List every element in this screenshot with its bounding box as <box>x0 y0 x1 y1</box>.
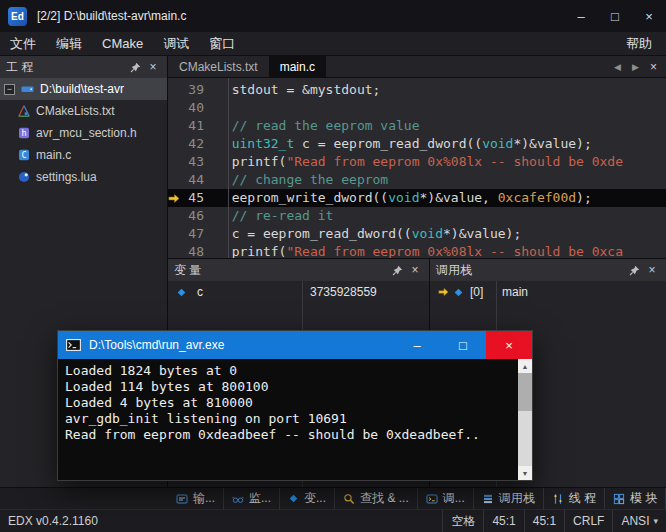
tree-item-1[interactable]: CMakeLists.txt <box>0 100 167 122</box>
code-text[interactable]: eeprom_write_dword((void*)&value, 0xcafe… <box>212 189 666 207</box>
code-line-40[interactable]: 40 <box>168 99 666 117</box>
breakpoint-margin[interactable] <box>168 153 180 171</box>
breakpoint-margin[interactable] <box>168 81 180 99</box>
code-text[interactable]: // change the eeprom <box>212 171 666 189</box>
toolbar-modules-button[interactable]: 模 块 <box>605 488 666 509</box>
scroll-down-button[interactable]: ▼ <box>518 466 532 480</box>
line-number: 43 <box>180 153 212 171</box>
code-editor[interactable]: 39 stdout = &mystdout;4041 // read the e… <box>168 78 666 258</box>
status-caret-position[interactable]: 45:1 <box>483 510 523 532</box>
status-encoding[interactable]: ANSI▾ <box>612 510 666 532</box>
close-document-button[interactable]: × <box>646 60 661 74</box>
code-text[interactable]: uint32_t c = eeprom_read_dword((void*)&v… <box>212 135 666 153</box>
console-maximize-button[interactable]: □ <box>440 331 486 359</box>
variables-rows: c3735928559 <box>168 281 429 303</box>
code-line-42[interactable]: 42 uint32_t c = eeprom_read_dword((void*… <box>168 135 666 153</box>
console-output[interactable]: Loaded 1824 bytes at 0Loaded 114 bytes a… <box>58 359 518 480</box>
pin-panel-button[interactable] <box>626 262 642 278</box>
editor-tab-0[interactable]: CMakeLists.txt <box>168 56 269 77</box>
code-line-43[interactable]: 43 printf("Read from eeprom 0x%08lx -- s… <box>168 153 666 171</box>
tree-item-3[interactable]: Cmain.c <box>0 144 167 166</box>
code-text[interactable]: printf("Read from eeprom 0x%08lx -- shou… <box>212 243 666 258</box>
tree-item-0[interactable]: −D:\build\test-avr <box>0 78 167 100</box>
prev-tab-button[interactable]: ◀ <box>610 62 625 72</box>
maximize-button[interactable]: □ <box>598 0 632 32</box>
tree-item-label: main.c <box>36 148 71 162</box>
breakpoint-margin[interactable] <box>168 99 180 117</box>
close-panel-button[interactable]: × <box>644 262 660 278</box>
code-token: // re-read it <box>216 208 333 223</box>
line-number: 42 <box>180 135 212 153</box>
code-text[interactable]: c = eeprom_read_dword((void*)&value); <box>212 225 666 243</box>
frame-index: [0] <box>470 285 483 299</box>
code-line-48[interactable]: 48 printf("Read from eeprom 0x%08lx -- s… <box>168 243 666 258</box>
code-text[interactable]: // re-read it <box>212 207 666 225</box>
variable-row-0[interactable]: c3735928559 <box>168 281 429 303</box>
menu-item-0[interactable]: 文件 <box>0 32 46 55</box>
tree-item-label: settings.lua <box>36 170 97 184</box>
stack-frame-icon <box>453 287 464 298</box>
menu-item-4[interactable]: 窗口 <box>199 32 245 55</box>
breakpoint-margin[interactable] <box>168 171 180 189</box>
code-text[interactable]: printf("Read from eeprom 0x%08lx -- shou… <box>212 153 666 171</box>
toolbar-debug-button[interactable]: 调... <box>418 488 474 509</box>
close-button[interactable]: × <box>632 0 666 32</box>
menu-item-3[interactable]: 调试 <box>153 32 199 55</box>
console-line-2: Loaded 4 bytes at 810000 <box>65 395 511 411</box>
line-number: 44 <box>180 171 212 189</box>
titlebar[interactable]: Ed [2/2] D:\build\test-avr\main.c – □ × <box>0 0 666 32</box>
menu-item-help[interactable]: 帮助 <box>616 32 662 55</box>
next-tab-button[interactable]: ▶ <box>628 62 643 72</box>
code-token: // read the eeprom value <box>216 118 420 133</box>
breakpoint-margin[interactable] <box>168 135 180 153</box>
close-panel-button[interactable]: × <box>145 59 161 75</box>
code-text[interactable] <box>212 99 666 117</box>
menu-item-1[interactable]: 编辑 <box>46 32 92 55</box>
toolbar-threads-button[interactable]: 线 程 <box>544 488 605 509</box>
ide-window: Ed [2/2] D:\build\test-avr\main.c – □ × … <box>0 0 666 532</box>
header-file-icon: h <box>18 127 30 139</box>
statusbar: EDX v0.4.2.1160 空格45:145:1CRLFANSI▾ <box>0 509 666 532</box>
callstack-frame-row-0[interactable]: [0]main <box>430 281 666 303</box>
close-panel-button[interactable]: × <box>407 262 423 278</box>
code-text[interactable]: stdout = &mystdout; <box>212 81 666 99</box>
code-line-47[interactable]: 47 c = eeprom_read_dword((void*)&value); <box>168 225 666 243</box>
scrollbar-thumb[interactable] <box>518 373 532 411</box>
toolbar-find-button[interactable]: 查找 & ... <box>335 488 418 509</box>
tree-item-2[interactable]: havr_mcu_section.h <box>0 122 167 144</box>
tree-expander[interactable]: − <box>4 84 15 95</box>
status-line-ending[interactable]: CRLF <box>564 510 612 532</box>
breakpoint-margin[interactable] <box>168 117 180 135</box>
code-line-41[interactable]: 41 // read the eeprom value <box>168 117 666 135</box>
toolbar-callstack-button[interactable]: 调用栈 <box>474 488 544 509</box>
toolbar-variables-button[interactable]: 变... <box>280 488 335 509</box>
status-whitespace-mode[interactable]: 空格 <box>442 510 483 532</box>
pin-panel-button[interactable] <box>389 262 405 278</box>
code-line-44[interactable]: 44 // change the eeprom <box>168 171 666 189</box>
menu-item-2[interactable]: CMake <box>92 32 153 55</box>
console-scrollbar[interactable]: ▲ ▼ <box>518 359 532 480</box>
status-caret-position-alt[interactable]: 45:1 <box>524 510 564 532</box>
code-line-39[interactable]: 39 stdout = &mystdout; <box>168 81 666 99</box>
lua-file-icon <box>18 171 30 183</box>
console-minimize-button[interactable]: – <box>394 331 440 359</box>
console-window[interactable]: D:\Tools\cmd\run_avr.exe – □ × Loaded 18… <box>57 330 533 481</box>
editor-tab-1[interactable]: main.c <box>269 56 326 77</box>
toolbar-watch-button[interactable]: 监... <box>224 488 280 509</box>
pin-panel-button[interactable] <box>127 59 143 75</box>
breakpoint-margin[interactable] <box>168 243 180 258</box>
console-titlebar[interactable]: D:\Tools\cmd\run_avr.exe – □ × <box>58 331 532 359</box>
breakpoint-margin[interactable] <box>168 189 180 207</box>
breakpoint-margin[interactable] <box>168 207 180 225</box>
close-icon: × <box>645 9 653 24</box>
code-text[interactable]: // read the eeprom value <box>212 117 666 135</box>
minimize-button[interactable]: – <box>564 0 598 32</box>
console-close-button[interactable]: × <box>486 331 532 359</box>
breakpoint-margin[interactable] <box>168 225 180 243</box>
scroll-up-button[interactable]: ▲ <box>518 359 532 373</box>
toolbar-button-label: 监... <box>249 490 271 507</box>
code-line-45[interactable]: 45 eeprom_write_dword((void*)&value, 0xc… <box>168 189 666 207</box>
code-line-46[interactable]: 46 // re-read it <box>168 207 666 225</box>
toolbar-output-button[interactable]: 输... <box>168 488 224 509</box>
tree-item-4[interactable]: settings.lua <box>0 166 167 188</box>
